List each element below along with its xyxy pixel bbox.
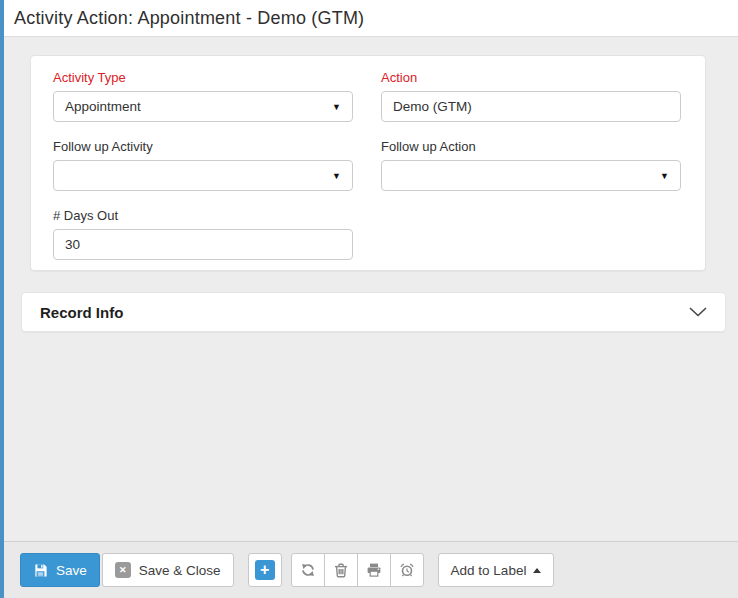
page-header: Activity Action: Appointment - Demo (GTM… xyxy=(4,0,738,37)
save-and-close-button[interactable]: Save & Close xyxy=(102,553,234,587)
field-action: Action xyxy=(381,70,681,122)
field-days-out: # Days Out xyxy=(53,208,353,260)
follow-up-activity-label: Follow up Activity xyxy=(53,139,353,154)
save-button-label: Save xyxy=(56,563,87,578)
add-to-label-button[interactable]: Add to Label xyxy=(438,553,555,587)
add-to-label-text: Add to Label xyxy=(451,563,527,578)
activity-type-select[interactable]: Appointment ▼ xyxy=(53,91,353,122)
follow-up-action-label: Follow up Action xyxy=(381,139,681,154)
follow-up-alarm-button[interactable] xyxy=(390,553,424,587)
caret-up-icon xyxy=(533,568,541,573)
new-record-button[interactable] xyxy=(248,553,282,587)
trash-icon xyxy=(333,562,349,578)
caret-down-icon: ▼ xyxy=(332,102,341,112)
activity-type-label: Activity Type xyxy=(53,70,353,85)
record-info-title: Record Info xyxy=(40,304,123,321)
field-activity-type: Activity Type Appointment ▼ xyxy=(53,70,353,122)
activity-type-value: Appointment xyxy=(65,99,324,114)
save-button[interactable]: Save xyxy=(20,553,100,587)
left-accent-stripe xyxy=(0,0,4,598)
form-grid: Activity Type Appointment ▼ Action Follo… xyxy=(53,70,683,260)
activity-action-form-card: Activity Type Appointment ▼ Action Follo… xyxy=(30,55,706,271)
save-and-close-label: Save & Close xyxy=(139,563,221,578)
record-info-section-header[interactable]: Record Info xyxy=(21,292,726,332)
printer-icon xyxy=(366,562,382,578)
field-follow-up-activity: Follow up Activity ▼ xyxy=(53,139,353,191)
follow-up-action-value xyxy=(393,169,652,183)
caret-down-icon: ▼ xyxy=(660,171,669,181)
caret-down-icon: ▼ xyxy=(332,171,341,181)
refresh-button[interactable] xyxy=(291,553,325,587)
delete-button[interactable] xyxy=(324,553,358,587)
bottom-toolbar: Save Save & Close xyxy=(4,541,738,598)
plus-icon xyxy=(255,560,275,580)
follow-up-action-select[interactable]: ▼ xyxy=(381,160,681,191)
close-x-icon xyxy=(115,562,131,578)
save-floppy-icon xyxy=(33,563,48,578)
days-out-label: # Days Out xyxy=(53,208,353,223)
follow-up-activity-select[interactable]: ▼ xyxy=(53,160,353,191)
refresh-icon xyxy=(300,562,316,578)
empty-cell xyxy=(381,208,681,260)
action-input[interactable] xyxy=(381,91,681,122)
page-title: Activity Action: Appointment - Demo (GTM… xyxy=(14,8,364,29)
days-out-input[interactable] xyxy=(53,229,353,260)
chevron-down-icon xyxy=(689,307,707,318)
print-button[interactable] xyxy=(357,553,391,587)
record-actions-group xyxy=(291,553,424,587)
alarm-clock-icon xyxy=(399,562,415,578)
save-button-group: Save Save & Close xyxy=(20,553,234,587)
field-follow-up-action: Follow up Action ▼ xyxy=(381,139,681,191)
action-label: Action xyxy=(381,70,681,85)
follow-up-activity-value xyxy=(65,169,324,183)
